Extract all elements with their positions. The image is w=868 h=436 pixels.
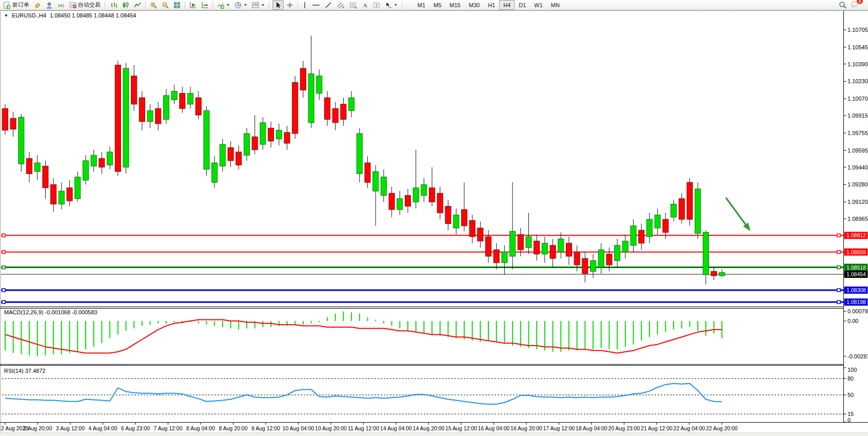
candlestick-chart-icon: [122, 2, 129, 9]
cursor-tool-button[interactable]: [272, 0, 284, 10]
candlestick-chart-button[interactable]: [120, 0, 131, 10]
line-chart-icon: [134, 2, 141, 9]
candle-down: [461, 210, 467, 226]
crosshair-icon: [286, 2, 293, 9]
periods-button[interactable]: ▼: [232, 0, 249, 10]
candle-down: [606, 254, 612, 265]
candle-down: [365, 163, 370, 182]
price-tick-label: 1.09440: [847, 164, 868, 170]
zoom-out-button[interactable]: [160, 0, 171, 10]
macd-tick-label: 0.00078: [847, 308, 868, 314]
notification-badge: 1: [857, 0, 863, 4]
hline-handle[interactable]: [837, 289, 840, 292]
toolbar-grip[interactable]: [402, 2, 403, 8]
candle-down: [195, 98, 201, 115]
profile-button[interactable]: [44, 0, 55, 10]
timeframe-button-D1[interactable]: D1: [515, 0, 530, 10]
toolbar-separator: [185, 2, 185, 9]
auto-scroll-button[interactable]: [187, 0, 199, 10]
chart-menu-arrow-icon[interactable]: ▼: [4, 13, 8, 18]
line-chart-button[interactable]: [132, 0, 143, 10]
hline-handle[interactable]: [837, 234, 840, 237]
hline-handle[interactable]: [2, 289, 5, 292]
price-tag-label: 1.08518: [846, 264, 866, 271]
candle-down: [115, 65, 121, 172]
candle-down: [292, 83, 298, 134]
svg-text:E: E: [342, 6, 344, 9]
time-tick-label: 6 Aug 23:00: [121, 425, 150, 431]
timeframe-button-M30[interactable]: M30: [465, 0, 484, 10]
signals-button[interactable]: [55, 0, 67, 10]
toolbar-separator: [298, 2, 298, 9]
notifications-button[interactable]: 1: [851, 1, 859, 10]
rsi-tick-label: 15: [847, 411, 854, 417]
text-label-icon: T: [373, 2, 380, 9]
candle-down: [67, 188, 72, 201]
trendline-tool-button[interactable]: [323, 0, 334, 10]
cursor-arrow-icon: [274, 2, 282, 9]
timeframe-button-M5[interactable]: M5: [429, 0, 445, 10]
templates-button[interactable]: ▼: [250, 0, 267, 10]
horizontal-line-tool-button[interactable]: [310, 0, 322, 10]
symbol-period: EURUSD-,H4: [12, 12, 46, 18]
timeframe-button-H1[interactable]: H1: [484, 0, 499, 10]
hline-handle[interactable]: [2, 266, 5, 269]
toolbar-grip[interactable]: [105, 2, 106, 8]
bar-chart-button[interactable]: [108, 0, 120, 10]
candle-up: [212, 163, 218, 182]
horizontal-line-icon: [312, 2, 320, 9]
price-tag-label: 1.08812: [846, 232, 866, 238]
hline-handle[interactable]: [837, 266, 840, 269]
paint-bucket-icon: [34, 2, 41, 9]
new-order-label: 新订单: [12, 1, 29, 9]
timeframe-button-W1[interactable]: W1: [530, 0, 547, 10]
price-chart-canvas[interactable]: 1.107051.105451.103901.102301.100701.099…: [0, 0, 868, 436]
fibonacci-tool-button[interactable]: F: [347, 0, 360, 10]
hline-handle[interactable]: [2, 251, 5, 254]
time-tick-label: 16 Aug 20:00: [510, 425, 542, 431]
timeframe-button-M15[interactable]: M15: [445, 0, 464, 10]
text-label-tool-button[interactable]: T: [371, 0, 382, 10]
add-indicator-button[interactable]: ▼: [215, 0, 232, 10]
candle-down: [3, 108, 8, 130]
candle-up: [276, 130, 282, 139]
text-tool-button[interactable]: A: [360, 0, 370, 10]
vertical-line-tool-button[interactable]: [300, 0, 309, 10]
timeframe-button-MN[interactable]: MN: [547, 0, 564, 10]
timeframe-button-H4[interactable]: H4: [499, 0, 515, 10]
candle-down: [486, 237, 491, 256]
tile-windows-button[interactable]: [171, 0, 183, 10]
time-tick-label: 14 Aug 20:00: [413, 425, 445, 431]
search-icon[interactable]: [839, 1, 846, 9]
timeframe-button-M1[interactable]: M1: [413, 0, 429, 10]
candle-up: [413, 188, 419, 202]
rsi-tick-label: 100: [847, 367, 857, 373]
candle-up: [349, 98, 354, 110]
candle-up: [220, 144, 225, 166]
hline-handle[interactable]: [2, 234, 5, 237]
candle-up: [542, 243, 547, 254]
arrow-object[interactable]: [726, 198, 746, 225]
candle-up: [123, 68, 129, 167]
hline-handle[interactable]: [837, 251, 840, 254]
channel-tool-button[interactable]: E: [334, 0, 347, 10]
chart-styler-button[interactable]: [32, 0, 43, 10]
hline-handle[interactable]: [837, 300, 840, 304]
toolbar-separator: [212, 2, 213, 9]
macd-label: MACD(12,26,9) -0.001068 -0.000583: [4, 309, 97, 315]
auto-trading-button[interactable]: 自动交易: [67, 0, 103, 10]
price-tick-label: 1.09915: [847, 112, 868, 119]
hline-handle[interactable]: [2, 300, 5, 304]
candle-down: [566, 243, 572, 256]
auto-scroll-icon: [189, 2, 196, 9]
arrow-objects-button[interactable]: ▼: [383, 0, 400, 10]
zoom-in-button[interactable]: [148, 0, 159, 10]
toolbar-grip[interactable]: [269, 2, 270, 8]
crosshair-tool-button[interactable]: [284, 0, 295, 10]
new-order-button[interactable]: 新订单: [2, 0, 31, 10]
price-tick-label: 1.09120: [847, 199, 868, 205]
candle-up: [171, 91, 177, 100]
candle-up: [598, 250, 604, 267]
candle-up: [75, 177, 81, 199]
chart-shift-button[interactable]: [199, 0, 210, 10]
